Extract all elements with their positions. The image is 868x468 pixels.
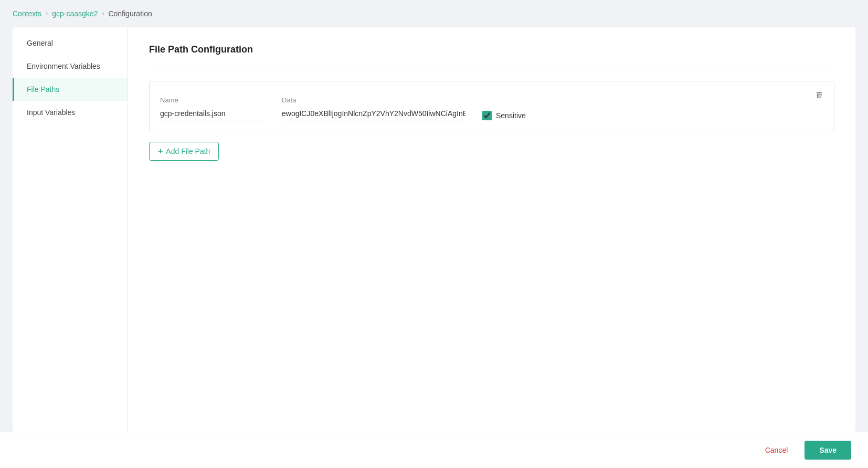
name-label: Name bbox=[160, 96, 265, 104]
field-row: Name Data Sensitive bbox=[160, 96, 823, 120]
sensitive-group: Sensitive bbox=[482, 111, 526, 120]
add-file-path-label: Add File Path bbox=[166, 147, 210, 155]
save-button[interactable]: Save bbox=[805, 441, 851, 460]
content-area: File Path Configuration Name Data bbox=[128, 27, 855, 432]
breadcrumb-separator-2: › bbox=[102, 10, 104, 17]
data-field-group: Data bbox=[282, 96, 465, 120]
breadcrumb-current-page: Configuration bbox=[108, 9, 152, 18]
delete-file-path-button[interactable] bbox=[813, 89, 825, 103]
divider bbox=[149, 68, 834, 68]
file-path-card: Name Data Sensitive bbox=[149, 81, 834, 131]
breadcrumb-separator-1: › bbox=[46, 10, 48, 17]
sidebar-item-general[interactable]: General bbox=[13, 32, 128, 55]
sidebar-item-environment-variables[interactable]: Environment Variables bbox=[13, 55, 128, 78]
sensitive-checkbox[interactable] bbox=[482, 111, 492, 120]
breadcrumb-context-name-link[interactable]: gcp-caasgke2 bbox=[52, 9, 98, 18]
cancel-button[interactable]: Cancel bbox=[757, 442, 797, 459]
sensitive-label: Sensitive bbox=[496, 111, 526, 120]
add-file-path-button[interactable]: + Add File Path bbox=[149, 142, 219, 161]
data-input[interactable] bbox=[282, 107, 465, 120]
footer: Cancel Save bbox=[0, 432, 868, 468]
breadcrumb: Contexts › gcp-caasgke2 › Configuration bbox=[0, 0, 868, 27]
page-title: File Path Configuration bbox=[149, 44, 834, 55]
trash-icon bbox=[815, 91, 823, 99]
data-label: Data bbox=[282, 96, 465, 104]
name-field-group: Name bbox=[160, 96, 265, 120]
main-layout: General Environment Variables File Paths… bbox=[13, 27, 855, 432]
breadcrumb-contexts-link[interactable]: Contexts bbox=[13, 9, 41, 18]
sidebar-item-input-variables[interactable]: Input Variables bbox=[13, 101, 128, 124]
name-input[interactable] bbox=[160, 107, 265, 120]
sidebar: General Environment Variables File Paths… bbox=[13, 27, 128, 432]
sidebar-item-file-paths[interactable]: File Paths bbox=[13, 78, 128, 101]
plus-icon: + bbox=[158, 147, 163, 156]
